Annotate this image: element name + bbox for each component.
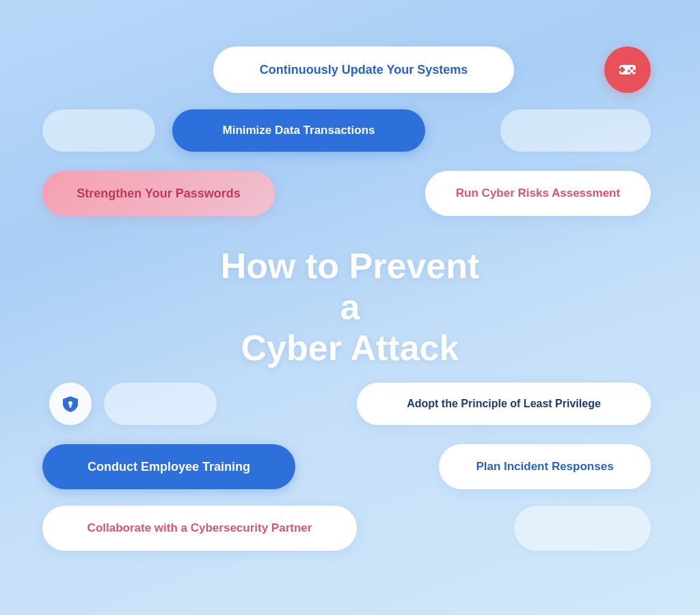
adopt-principle-label: Adopt the Principle of Least Privilege xyxy=(407,398,601,410)
strengthen-passwords-pill: Strengthen Your Passwords xyxy=(42,171,275,216)
conduct-training-pill: Conduct Employee Training xyxy=(42,444,295,489)
svg-rect-8 xyxy=(70,405,72,408)
controller-icon xyxy=(617,59,638,81)
update-systems-label: Continuously Update Your Systems xyxy=(260,63,468,77)
cyber-risks-label: Run Cyber Risks Assessment xyxy=(456,187,620,200)
cyber-risks-pill: Run Cyber Risks Assessment xyxy=(425,171,651,216)
ghost-pill-4 xyxy=(514,506,651,551)
update-systems-pill: Continuously Update Your Systems xyxy=(213,46,514,93)
center-title: How to Prevent a Cyber Attack xyxy=(213,246,487,368)
top-section: Continuously Update Your Systems Minimiz… xyxy=(22,14,678,260)
collaborate-label: Collaborate with a Cybersecurity Partner xyxy=(88,521,312,535)
strengthen-passwords-label: Strengthen Your Passwords xyxy=(77,187,240,201)
title-line1: How to Prevent a xyxy=(221,246,480,327)
ghost-pill-1 xyxy=(42,109,155,152)
svg-point-4 xyxy=(633,70,636,72)
adopt-principle-pill: Adopt the Principle of Least Privilege xyxy=(357,383,651,425)
ghost-pill-2 xyxy=(500,109,651,152)
svg-point-5 xyxy=(628,70,630,72)
ghost-pill-3 xyxy=(104,383,217,425)
minimize-data-pill: Minimize Data Transactions xyxy=(172,109,425,152)
conduct-training-label: Conduct Employee Training xyxy=(88,460,250,474)
svg-point-6 xyxy=(630,72,633,75)
plan-incident-pill: Plan Incident Responses xyxy=(439,444,651,489)
plan-incident-label: Plan Incident Responses xyxy=(476,460,613,474)
update-icon-circle xyxy=(604,46,651,93)
main-container: Continuously Update Your Systems Minimiz… xyxy=(22,14,678,601)
shield-icon-circle xyxy=(49,383,92,425)
svg-point-3 xyxy=(630,67,633,70)
collaborate-pill: Collaborate with a Cybersecurity Partner xyxy=(42,506,357,551)
shield-icon xyxy=(61,394,80,413)
minimize-data-label: Minimize Data Transactions xyxy=(223,124,375,137)
bottom-section: Adopt the Principle of Least Privilege C… xyxy=(22,355,678,601)
svg-point-7 xyxy=(68,401,72,405)
svg-rect-2 xyxy=(619,68,625,71)
